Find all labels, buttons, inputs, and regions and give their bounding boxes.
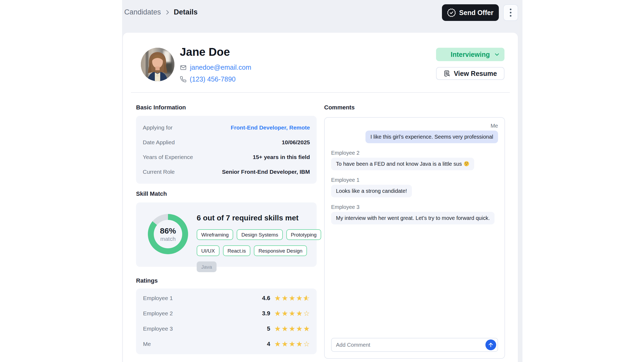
content-area: Candidates Details Send Offer [122,0,519,362]
star-full-icon: ★ [288,294,296,302]
view-resume-button[interactable]: View Resume [436,67,504,80]
comment-message: MeI like this girl’s experience. Seems v… [331,123,498,143]
info-label: Years of Experience [143,154,193,160]
breadcrumb-candidates[interactable]: Candidates [124,8,161,16]
comments-title: Comments [324,104,355,111]
ratings-title: Ratings [136,277,158,284]
info-row: Years of Experience15+ years in this fie… [136,150,317,164]
info-label: Current Role [143,169,175,175]
star-rating[interactable]: ★★★★★ [274,324,310,333]
basic-info-card: Applying forFront-End Developer, RemoteD… [136,116,317,184]
comment-author: Employee 2 [331,150,498,156]
divider [131,92,510,93]
candidate-detail-card: Jane Doe janedoe@email.com (123) 456-789… [123,33,518,362]
star-full-icon: ★ [288,309,296,318]
star-full-icon: ★ [274,340,281,348]
rating-right: 4★★★★☆ [267,340,310,348]
star-rating[interactable]: ★★★★☆★ [274,294,310,302]
rating-value: 5 [267,325,270,332]
comment-message: Employee 2To have been a FED and not kno… [331,150,498,170]
star-full-icon: ★ [281,309,288,318]
comment-list: MeI like this girl’s experience. Seems v… [331,123,498,224]
skill-chip[interactable]: Responsive Design [254,245,307,256]
skill-match-donut: 86% match [148,214,188,254]
match-percent: 86% [160,226,176,235]
comment-bubble: Looks like a strong candidate! [331,185,412,197]
comment-message: Employee 3My interview with her went gre… [331,204,498,224]
info-row: Current RoleSenior Front-End Developer, … [136,164,317,179]
star-full-icon: ★ [303,324,310,333]
comment-message: Employee 1Looks like a strong candidate! [331,177,498,197]
star-partial-icon: ☆★ [303,294,310,302]
info-label: Applying for [143,124,173,131]
arrow-up-icon [488,342,494,348]
file-search-icon [444,70,451,77]
scrollbar[interactable] [519,0,522,362]
breadcrumb: Candidates Details [124,8,197,16]
star-full-icon: ★ [274,294,281,302]
rating-name: Employee 3 [143,326,173,332]
info-value: Senior Front-End Developer, IBM [222,169,310,175]
match-label: match [160,236,175,242]
candidate-phone[interactable]: (123) 456-7890 [190,75,236,83]
ratings-card: Employee 14.6★★★★☆★Employee 23.9★★★★☆Emp… [136,289,317,354]
skill-match-card: 86% match 6 out of 7 required skills met… [136,202,317,267]
rating-value: 4 [267,341,270,348]
info-row: Applying forFront-End Developer, Remote [136,120,317,135]
skill-chip[interactable]: Design Systems [237,229,283,240]
view-resume-label: View Resume [454,70,497,77]
rating-row: Employee 35★★★★★ [136,321,317,336]
add-comment-input[interactable] [332,338,497,351]
star-full-icon: ★ [296,309,303,318]
skill-chip[interactable]: UI/UX [197,245,219,256]
candidate-email[interactable]: janedoe@email.com [190,64,251,71]
rating-name: Employee 2 [143,310,173,317]
comment-author: Employee 1 [331,177,498,183]
info-row: Date Applied10/06/2025 [136,135,317,150]
basic-info-title: Basic Information [136,104,186,111]
star-empty-icon: ☆ [303,309,310,318]
kebab-menu-icon [510,9,511,10]
rating-right: 4.6★★★★☆★ [262,294,310,302]
skill-chip[interactable]: React.is [223,245,251,256]
info-label: Date Applied [143,139,175,146]
info-value[interactable]: Front-End Developer, Remote [231,124,310,131]
rating-right: 5★★★★★ [267,324,310,333]
star-rating[interactable]: ★★★★☆ [274,309,310,318]
comment-author: Me [331,123,498,129]
chevron-right-icon [164,9,171,16]
skill-chip-missing[interactable]: Java [197,261,217,272]
star-rating[interactable]: ★★★★☆ [274,340,310,348]
status-dropdown[interactable]: Interviewing [436,48,504,61]
star-full-icon: ★ [296,324,303,333]
comment-bubble: To have been a FED and not know Java is … [331,158,474,170]
star-full-icon: ★ [288,324,296,333]
thinking-face-emoji [464,161,469,167]
rating-row: Employee 14.6★★★★☆★ [136,290,317,306]
top-bar: Candidates Details Send Offer [122,0,519,33]
info-value: 15+ years in this field [253,154,310,160]
avatar [141,48,174,81]
star-full-icon: ★ [288,340,296,348]
skill-chips: WireframingDesign SystemsPrototypingUI/U… [197,229,329,272]
phone-icon [180,76,186,83]
mail-icon [180,64,187,71]
comment-input-wrap [331,338,498,352]
send-offer-label: Send Offer [459,9,493,17]
star-full-icon: ★ [274,324,281,333]
star-empty-icon: ☆ [303,340,310,348]
rating-value: 4.6 [262,295,270,302]
rating-right: 3.9★★★★☆ [262,309,310,318]
star-full-icon: ★ [281,324,288,333]
kebab-menu-button[interactable] [503,4,518,21]
comment-author: Employee 3 [331,204,498,210]
send-comment-button[interactable] [485,339,496,350]
info-value: 10/06/2025 [282,139,310,146]
skill-chip[interactable]: Wireframing [197,229,233,240]
comments-panel: MeI like this girl’s experience. Seems v… [324,117,505,359]
star-full-icon: ★ [274,309,281,318]
skill-match-title: Skill Match [136,190,167,197]
send-offer-button[interactable]: Send Offer [442,4,499,21]
rating-name: Me [143,341,151,347]
skill-chip[interactable]: Prototyping [286,229,321,240]
